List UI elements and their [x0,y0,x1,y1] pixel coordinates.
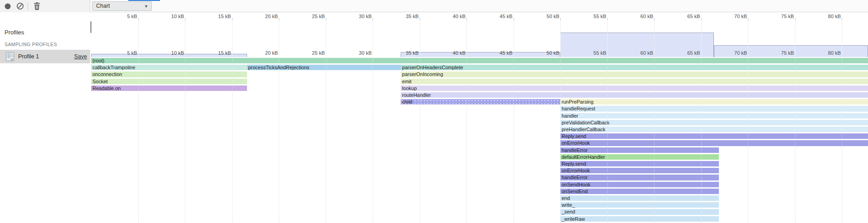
chart-view-select-value: Chart [96,3,110,9]
flame-bar[interactable]: handleRequest [560,106,868,111]
flame-bar[interactable]: parserOnIncoming [401,71,868,77]
gridline-dotted [373,58,373,222]
gridline-dotted [466,58,467,222]
ruler-tick-label: 70 kB [734,50,748,56]
flame-bar[interactable]: Reply.send [560,133,868,139]
vertical-scrollbar-thumb[interactable] [90,21,92,33]
chevron-down-icon: ▼ [144,2,148,11]
toolbar: Chart ▼ [0,0,868,12]
gridline-dotted [185,58,185,222]
record-icon [4,3,11,10]
ruler-tick-label: 65 kB [687,50,701,56]
profiles-header: Profiles [5,29,24,36]
gridline-dotted [232,20,233,57]
gridline-dotted [279,20,279,57]
ruler-tick-label: 45 kB [499,50,513,56]
clear-all-profiles-button[interactable] [15,1,25,11]
gridline-dotted [326,58,326,222]
flame-chart: (root)callbackTrampolineprocessTicksAndR… [90,57,868,223]
flame-bar[interactable]: lookup [401,85,868,91]
profiles-sidebar: Profiles SAMPLING PROFILES % Profile 1 S… [0,13,90,223]
flame-bar[interactable]: _writeRaw [560,216,719,222]
flame-bar[interactable]: (root) [91,58,868,63]
ruler-tick-label: 30 kB [359,14,373,19]
gridline-dotted [795,58,795,222]
flame-bar[interactable]: handleError [560,147,719,153]
svg-text:%: % [10,57,14,62]
ruler-tick-label: 45 kB [499,14,513,19]
ruler-tick-label: 30 kB [359,50,373,56]
flame-bar[interactable]: write_ [560,202,719,208]
gridline-dotted [748,58,748,222]
allocation-overview[interactable] [90,20,868,57]
flame-bar[interactable]: onconnection [91,71,247,77]
toolbar-separator [28,2,28,10]
flame-bar[interactable]: defaultErrorHandler [560,154,719,160]
gridline-dotted [138,58,139,222]
delete-profile-button[interactable] [32,1,42,11]
profile-item-profile-1[interactable]: % Profile 1 Save [0,50,90,63]
flame-bar[interactable]: onSendHook [560,182,719,187]
chart-view-select[interactable]: Chart ▼ [92,1,152,11]
flame-bar[interactable]: preHandlerCallback [560,127,868,132]
gridline-dotted [466,20,467,57]
flame-bar[interactable]: _send [560,209,719,214]
ruler-tick-label: 80 kB [828,14,842,19]
flame-bar[interactable]: onErrorHook [560,140,868,146]
heap-profile-icon: % [6,52,14,61]
ruler-tick-label: 10 kB [171,50,185,56]
gridline-dotted [232,58,233,222]
flame-bar[interactable]: Socket [91,79,247,84]
flame-bar[interactable]: end [560,195,719,201]
ruler-tick-label: 60 kB [640,14,654,19]
flame-bar[interactable]: onErrorHook [560,168,719,173]
ruler-tick-label: 20 kB [265,50,279,56]
flame-bar[interactable]: emit [401,79,868,84]
ruler-tick-label: 70 kB [734,14,748,19]
ruler-tick-label: 55 kB [593,50,607,56]
gridline-dotted [607,20,608,57]
flame-bar[interactable]: handler [560,113,868,119]
gridline-dotted [514,20,514,57]
flame-bar[interactable]: child [401,99,560,104]
trash-icon [34,2,40,10]
profile-name: Profile 1 [18,53,39,60]
sampling-profiles-section-label: SAMPLING PROFILES [5,42,57,47]
ruler-tick-label: 25 kB [312,50,325,56]
gridline-dotted [373,20,373,57]
gridline-dotted [560,20,561,57]
gridline-dotted [701,20,702,57]
ruler-tick-label: 15 kB [218,50,232,56]
ruler-tick-label: 5 kB [127,50,138,56]
flame-bar[interactable]: callbackTrampoline [91,65,247,70]
ruler-tick-label: 20 kB [265,14,279,19]
flame-bar[interactable]: runPreParsing [560,99,868,104]
gridline-dotted [420,20,420,57]
flame-bar[interactable]: parserOnHeadersComplete [401,65,868,70]
overview-step[interactable] [401,52,560,57]
flame-bar[interactable]: onSendEnd [560,189,719,194]
ruler-tick-label: 35 kB [406,14,419,19]
gridline-dotted [654,58,655,222]
gridline-dotted [279,58,279,222]
chart-pane: 5 kB10 kB15 kB20 kB25 kB30 kB35 kB40 kB4… [90,12,868,223]
gridline-dotted [560,58,561,222]
flame-bar[interactable]: routeHandler [401,92,868,98]
gridline-dotted [654,20,655,57]
flame-bar[interactable]: processTicksAndRejections [247,65,401,70]
flame-bar[interactable]: Readable.on [91,85,247,91]
gridline-dotted [842,20,842,57]
ruler-tick-label: 40 kB [453,50,466,56]
ruler-tick-label: 50 kB [547,50,560,56]
record-button[interactable] [3,1,13,11]
clear-icon [16,2,24,10]
ruler-tick-label: 80 kB [828,50,842,56]
ruler-tick-label: 55 kB [593,14,607,19]
save-profile-link[interactable]: Save [74,53,87,60]
flame-bar[interactable]: Reply.send [560,161,719,166]
ruler-tick-label: 40 kB [453,14,466,19]
flame-bar[interactable]: preValidationCallback [560,120,868,125]
gridline-dotted [185,20,185,57]
flame-bar[interactable]: handleError [560,175,719,180]
gridline-dotted [138,20,139,57]
